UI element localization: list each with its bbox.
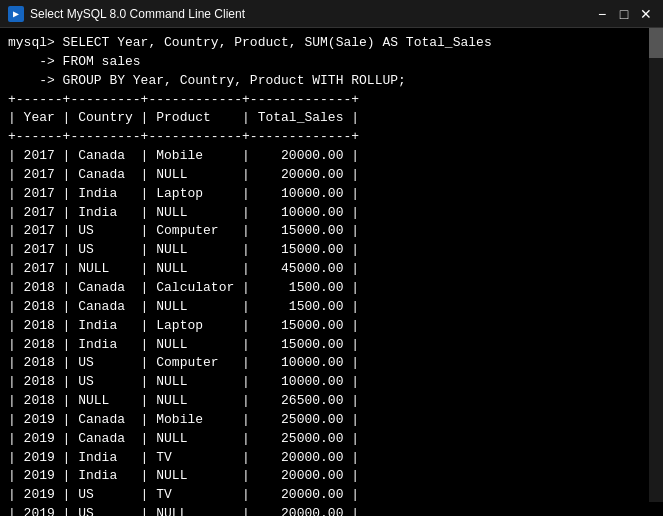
table-row: | 2019 | Canada | NULL | 25000.00 | bbox=[8, 430, 655, 449]
table-row: | 2017 | US | NULL | 15000.00 | bbox=[8, 241, 655, 260]
table-row: | 2017 | US | Computer | 15000.00 | bbox=[8, 222, 655, 241]
table-row: | 2018 | Canada | Calculator | 1500.00 | bbox=[8, 279, 655, 298]
table-top-border: +------+---------+------------+---------… bbox=[8, 91, 655, 110]
scrollbar[interactable] bbox=[649, 28, 663, 502]
minimize-button[interactable]: − bbox=[593, 5, 611, 23]
window-controls: − □ ✕ bbox=[593, 5, 655, 23]
table-row: | 2018 | NULL | NULL | 26500.00 | bbox=[8, 392, 655, 411]
table-row: | 2017 | NULL | NULL | 45000.00 | bbox=[8, 260, 655, 279]
maximize-button[interactable]: □ bbox=[615, 5, 633, 23]
table-row: | 2017 | India | Laptop | 10000.00 | bbox=[8, 185, 655, 204]
scrollbar-thumb[interactable] bbox=[649, 28, 663, 58]
window-title: Select MySQL 8.0 Command Line Client bbox=[30, 7, 593, 21]
query-line: mysql> SELECT Year, Country, Product, SU… bbox=[8, 34, 655, 53]
table-row: | 2017 | India | NULL | 10000.00 | bbox=[8, 204, 655, 223]
table-row: | 2018 | Canada | NULL | 1500.00 | bbox=[8, 298, 655, 317]
terminal-window: mysql> SELECT Year, Country, Product, SU… bbox=[0, 28, 663, 516]
table-row: | 2019 | Canada | Mobile | 25000.00 | bbox=[8, 411, 655, 430]
title-bar: ▶ Select MySQL 8.0 Command Line Client −… bbox=[0, 0, 663, 28]
table-row: | 2017 | Canada | NULL | 20000.00 | bbox=[8, 166, 655, 185]
table-body: | 2017 | Canada | Mobile | 20000.00 || 2… bbox=[8, 147, 655, 516]
table-row: | 2019 | India | NULL | 20000.00 | bbox=[8, 467, 655, 486]
close-button[interactable]: ✕ bbox=[637, 5, 655, 23]
app-icon: ▶ bbox=[8, 6, 24, 22]
table-header: | Year | Country | Product | Total_Sales… bbox=[8, 109, 655, 128]
table-row: | 2019 | US | TV | 20000.00 | bbox=[8, 486, 655, 505]
table-row: | 2018 | US | Computer | 10000.00 | bbox=[8, 354, 655, 373]
table-header-border: +------+---------+------------+---------… bbox=[8, 128, 655, 147]
table-row: | 2018 | US | NULL | 10000.00 | bbox=[8, 373, 655, 392]
query-line: -> GROUP BY Year, Country, Product WITH … bbox=[8, 72, 655, 91]
query-line: -> FROM sales bbox=[8, 53, 655, 72]
table-row: | 2017 | Canada | Mobile | 20000.00 | bbox=[8, 147, 655, 166]
table-row: | 2018 | India | Laptop | 15000.00 | bbox=[8, 317, 655, 336]
sql-query: mysql> SELECT Year, Country, Product, SU… bbox=[8, 34, 655, 91]
table-row: | 2018 | India | NULL | 15000.00 | bbox=[8, 336, 655, 355]
table-row: | 2019 | US | NULL | 20000.00 | bbox=[8, 505, 655, 516]
table-row: | 2019 | India | TV | 20000.00 | bbox=[8, 449, 655, 468]
